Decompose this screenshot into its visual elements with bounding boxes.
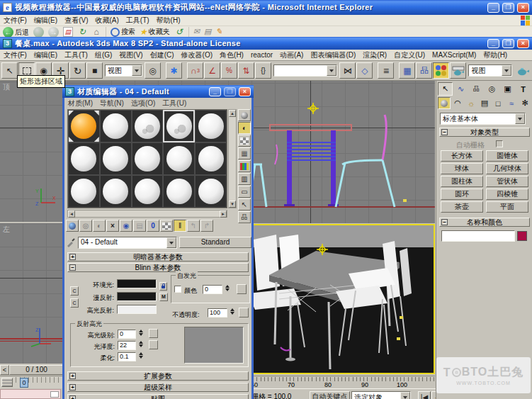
- create-cylinder-button[interactable]: 圆柱体: [441, 176, 483, 187]
- object-type-rollout[interactable]: − 对象类型: [439, 128, 530, 137]
- max-menu-rendering[interactable]: 渲染(R): [359, 50, 390, 61]
- material-slot-8[interactable]: [132, 142, 164, 175]
- ie-back-button[interactable]: ←后退: [3, 27, 29, 37]
- material-slot-4[interactable]: [163, 110, 195, 142]
- self-illum-color-checkbox[interactable]: [174, 286, 181, 293]
- auto-key-button[interactable]: 自动关键点: [310, 391, 350, 399]
- name-color-rollout[interactable]: − 名称和颜色: [439, 218, 530, 227]
- maxscript-mini-listener[interactable]: [0, 389, 61, 399]
- time-slider-thumb[interactable]: 0 / 100: [9, 365, 64, 375]
- ie-refresh-icon[interactable]: ↻: [77, 27, 87, 37]
- render-scene-button[interactable]: [450, 62, 466, 79]
- subtab-helpers[interactable]: □: [492, 97, 504, 109]
- subtab-spacewarps[interactable]: ≈: [505, 97, 518, 109]
- subtab-shapes[interactable]: ◠: [451, 97, 464, 109]
- subtab-geometry[interactable]: [438, 97, 451, 109]
- background-button[interactable]: [238, 135, 251, 147]
- material-slot-1[interactable]: [68, 110, 100, 142]
- me-close-button[interactable]: ×: [239, 87, 251, 96]
- ambient-color-swatch[interactable]: [117, 279, 157, 288]
- glossiness-spinner[interactable]: [137, 341, 144, 347]
- max-menu-reactor[interactable]: reactor: [247, 50, 276, 60]
- soften-spinner[interactable]: [137, 352, 144, 359]
- max-menu-create[interactable]: 创建(C): [147, 50, 178, 61]
- reset-material-button[interactable]: ×: [106, 220, 119, 232]
- diffuse-color-swatch[interactable]: [117, 292, 157, 301]
- ie-home-icon[interactable]: ⌂: [91, 27, 101, 37]
- layer-manager-button[interactable]: ≡: [378, 62, 394, 79]
- mirror-button[interactable]: ⋈: [339, 62, 356, 79]
- get-material-button[interactable]: [66, 220, 79, 232]
- spinner-snap-button[interactable]: ⇅: [238, 62, 254, 79]
- glossiness-map-button[interactable]: [149, 340, 158, 349]
- render-view-dropdown[interactable]: 视图: [468, 64, 512, 77]
- ie-mail-icon[interactable]: ✉: [193, 27, 200, 36]
- ambient-diffuse-lock-button[interactable]: [159, 282, 167, 291]
- ambient-diffuse-lock-left[interactable]: C: [70, 286, 79, 296]
- material-slot-6[interactable]: [68, 142, 100, 175]
- time-slider[interactable]: < 0 / 100: [0, 364, 64, 376]
- go-start-button[interactable]: |◀: [418, 391, 431, 399]
- ie-history-icon[interactable]: ↺: [174, 27, 184, 37]
- material-slot-2[interactable]: [100, 110, 132, 142]
- glossiness-field[interactable]: 22: [118, 341, 136, 350]
- me-menu-utilities[interactable]: 工具(U): [159, 98, 190, 109]
- percent-snap-button[interactable]: %: [221, 62, 237, 79]
- viewport-top[interactable]: 顶 Y X Z: [0, 81, 64, 222]
- diffuse-map-button[interactable]: M: [159, 293, 168, 301]
- quick-render-button[interactable]: [514, 62, 531, 79]
- show-map-in-viewport-button[interactable]: [160, 220, 173, 232]
- material-slot-5[interactable]: [195, 110, 227, 142]
- create-geosphere-button[interactable]: 几何球体: [486, 163, 528, 174]
- ie-menu-view[interactable]: 查看(V): [61, 15, 91, 26]
- ie-menu-edit[interactable]: 编辑(E): [30, 15, 61, 26]
- specular-level-field[interactable]: 0: [118, 330, 136, 339]
- material-slot-3[interactable]: [132, 110, 164, 142]
- material-slot-9[interactable]: [163, 142, 195, 175]
- named-selection-dropdown[interactable]: [273, 64, 337, 77]
- blinn-basic-rollout[interactable]: − Blinn 基本参数: [67, 263, 249, 272]
- select-manipulate-button[interactable]: ✱: [166, 62, 182, 79]
- align-button[interactable]: ◇: [356, 62, 373, 79]
- max-menu-views[interactable]: 视图(V): [115, 50, 146, 61]
- supersampling-rollout[interactable]: + 超级采样: [67, 383, 249, 392]
- ie-print-icon[interactable]: ▤: [204, 27, 211, 36]
- slot-scrollbar-horizontal[interactable]: ◄►: [67, 210, 227, 218]
- create-cone-button[interactable]: 圆锥体: [486, 150, 528, 162]
- create-torus-button[interactable]: 圆环: [441, 189, 483, 200]
- material-slot-7[interactable]: [100, 142, 132, 175]
- material-type-button[interactable]: Standard: [179, 237, 251, 248]
- ie-menu-help[interactable]: 帮助(H): [153, 15, 184, 26]
- max-menu-help[interactable]: 帮助(H): [480, 50, 511, 61]
- subtab-cameras[interactable]: ▤: [478, 97, 491, 109]
- max-menu-modifiers[interactable]: 修改器(O): [178, 50, 216, 61]
- ie-search-button[interactable]: 搜索: [111, 27, 135, 37]
- object-name-field[interactable]: [441, 230, 515, 242]
- eyedropper-icon[interactable]: [66, 237, 76, 247]
- tab-utilities[interactable]: T: [516, 82, 531, 96]
- max-menu-tools[interactable]: 工具(T): [61, 50, 91, 61]
- opacity-value-field[interactable]: 100: [208, 308, 227, 317]
- open-minicurve-icon[interactable]: [1, 378, 13, 387]
- subtab-lights[interactable]: ☼: [465, 97, 477, 109]
- autogrid-checkbox[interactable]: [496, 140, 503, 147]
- category-dropdown[interactable]: 标准基本体: [440, 113, 526, 125]
- me-menu-navigation[interactable]: 导航(N): [96, 98, 128, 109]
- ie-maximize-button[interactable]: ❐: [502, 3, 514, 13]
- tab-create[interactable]: ↖: [438, 82, 453, 96]
- tab-motion[interactable]: ◎: [485, 82, 499, 96]
- self-illum-map-button[interactable]: [237, 284, 247, 294]
- schematic-view-button[interactable]: 品: [416, 62, 432, 79]
- shader-basic-rollout[interactable]: + 明暗器基本参数: [67, 252, 249, 262]
- extended-parameters-rollout[interactable]: + 扩展参数: [67, 371, 249, 381]
- max-menu-group[interactable]: 组(G): [91, 50, 115, 61]
- time-slider-prev-button[interactable]: <: [0, 365, 9, 375]
- ie-menu-file[interactable]: 文件(F): [0, 15, 30, 26]
- me-maximize-button[interactable]: ❐: [224, 87, 236, 96]
- max-menu-character[interactable]: 角色(H): [216, 50, 247, 61]
- max-menu-file[interactable]: 文件(F): [0, 50, 30, 61]
- max-menu-graph-editors[interactable]: 图表编辑器(D): [307, 50, 359, 61]
- assign-material-button[interactable]: ◐: [93, 220, 106, 232]
- object-color-swatch[interactable]: [517, 231, 527, 241]
- make-preview-button[interactable]: ▥: [238, 173, 251, 185]
